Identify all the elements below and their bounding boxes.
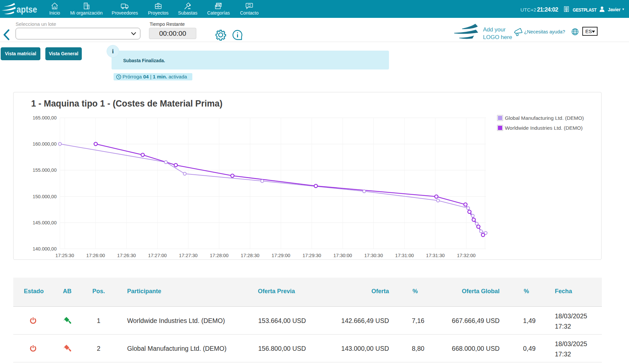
svg-text:160.000,00: 160.000,00: [32, 141, 57, 147]
svg-text:17:31:30: 17:31:30: [426, 253, 445, 258]
svg-text:17:28:30: 17:28:30: [241, 253, 259, 258]
svg-text:17:27:00: 17:27:00: [148, 253, 167, 258]
svg-text:17:26:00: 17:26:00: [86, 253, 105, 258]
svg-text:17:25:30: 17:25:30: [55, 253, 74, 258]
svg-text:17:27:30: 17:27:30: [179, 253, 197, 258]
svg-text:17:29:30: 17:29:30: [303, 253, 321, 258]
svg-text:17:30:30: 17:30:30: [364, 253, 383, 258]
svg-text:165.000,00: 165.000,00: [32, 115, 57, 120]
svg-text:Global Manufacturing Ltd. (DEM: Global Manufacturing Ltd. (DEMO): [505, 115, 584, 121]
svg-text:17:28:00: 17:28:00: [210, 253, 228, 258]
svg-text:145.000,00: 145.000,00: [32, 220, 57, 225]
svg-text:140.000,00: 140.000,00: [32, 246, 57, 251]
svg-text:17:31:00: 17:31:00: [395, 253, 414, 258]
svg-text:155.000,00: 155.000,00: [32, 167, 57, 173]
svg-text:Worldwide Industries Ltd. (DEM: Worldwide Industries Ltd. (DEMO): [505, 125, 583, 131]
svg-text:17:26:30: 17:26:30: [117, 253, 136, 258]
svg-text:17:30:00: 17:30:00: [333, 253, 352, 258]
svg-text:150.000,00: 150.000,00: [32, 194, 57, 199]
svg-text:1 - Maquina tipo 1 - (Costes d: 1 - Maquina tipo 1 - (Costes de Material…: [31, 99, 222, 109]
svg-text:17:29:00: 17:29:00: [271, 253, 290, 258]
svg-text:17:32:00: 17:32:00: [457, 253, 475, 258]
